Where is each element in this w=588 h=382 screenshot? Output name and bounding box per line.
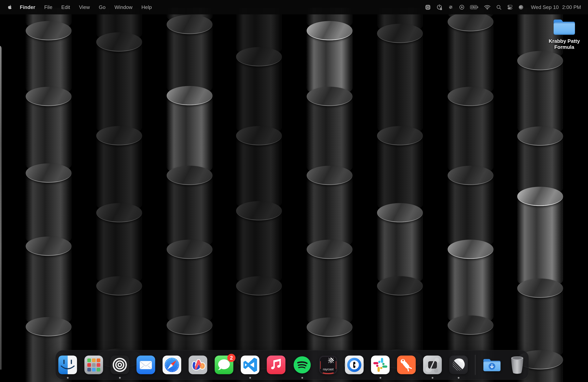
cylinder-body <box>448 21 494 96</box>
cylinder-body <box>236 56 282 135</box>
cylinder-cap <box>307 87 353 106</box>
wallpaper-cylinder-column <box>167 0 212 382</box>
battery-charging-icon[interactable] <box>470 5 479 10</box>
dock: 2 <box>55 350 529 380</box>
trash-icon <box>508 355 526 374</box>
cylinder-cap <box>167 86 212 105</box>
dock-app-safari[interactable] <box>162 355 181 374</box>
cylinder-cap <box>236 47 282 66</box>
cylinder-cap <box>236 276 282 296</box>
cylinder-body <box>377 135 423 212</box>
cylinder-cap <box>448 166 494 185</box>
wallpaper-cylinder-column <box>236 0 282 382</box>
cylinder-body <box>96 212 142 286</box>
cylinder-cap <box>377 276 423 296</box>
cylinder-body <box>517 196 563 288</box>
wallpaper-cylinder-column <box>96 0 142 382</box>
desktop-folder-krabby-patty-formula[interactable]: Krabby Patty Formula <box>547 18 582 50</box>
dock-app-vscode[interactable] <box>241 355 260 374</box>
dock-app-tilted-square-slash[interactable] <box>423 355 442 374</box>
downloads-folder-icon <box>483 355 502 374</box>
starburst-app-icon[interactable] <box>425 4 431 10</box>
cylinder-cap <box>448 316 494 335</box>
cylinder-body <box>377 33 423 135</box>
dock-app-apple-music[interactable] <box>267 355 286 374</box>
postman-icon <box>397 355 416 374</box>
dock-app-finder[interactable] <box>58 355 77 374</box>
dock-app-slack[interactable] <box>371 355 390 374</box>
cylinder-body <box>448 249 494 325</box>
cylinder-cap <box>96 126 142 145</box>
menu-window[interactable]: Window <box>110 0 137 14</box>
menu-clock[interactable]: Wed Sep 10 2:00 PM <box>531 4 581 10</box>
cylinder-cap <box>517 51 563 70</box>
arc-browser-icon <box>189 355 208 374</box>
power-lock-icon[interactable] <box>436 4 442 11</box>
cylinder-cap <box>307 240 353 259</box>
dock-downloads-folder[interactable] <box>483 355 502 374</box>
cylinder-cap <box>26 236 72 256</box>
macos-desktop: Finder File Edit View Go Window Help <box>0 0 588 382</box>
cylinder-body <box>448 175 494 249</box>
safari-icon <box>162 355 181 374</box>
cylinder-cap <box>96 32 142 52</box>
cylinder-cap <box>167 15 212 34</box>
dock-app-messages[interactable]: 2 <box>214 355 233 374</box>
cylinder-cap <box>377 24 423 43</box>
menu-file[interactable]: File <box>40 0 57 14</box>
menu-go[interactable]: Go <box>94 0 110 14</box>
control-center-icon[interactable] <box>507 4 513 10</box>
cylinder-body <box>167 24 212 95</box>
menu-help[interactable]: Help <box>137 0 156 14</box>
dock-app-concentric-circles[interactable] <box>110 355 129 374</box>
menu-app-name[interactable]: Finder <box>15 0 40 14</box>
dock-separator <box>475 355 475 375</box>
play-circle-icon[interactable] <box>459 4 465 10</box>
mail-icon <box>136 355 155 374</box>
dock-app-launchpad[interactable] <box>84 355 103 374</box>
wallpaper-cylinder-column <box>448 0 494 382</box>
cylinder-body <box>167 249 212 325</box>
cylinder-cap <box>96 203 142 222</box>
vscode-icon <box>241 355 260 374</box>
cylinder-cap <box>167 240 212 259</box>
cylinder-cap <box>377 126 423 145</box>
cylinder-body <box>96 42 142 135</box>
menu-view[interactable]: View <box>74 0 94 14</box>
cylinder-body <box>167 175 212 249</box>
folder-label[interactable]: Krabby Patty Formula <box>547 38 582 50</box>
menu-edit[interactable]: Edit <box>57 0 74 14</box>
running-indicator <box>119 377 121 379</box>
dock-app-striped-sphere[interactable] <box>449 355 468 374</box>
wallpaper-cylinder-column <box>307 0 353 382</box>
desktop-wallpaper <box>0 0 588 382</box>
siri-icon[interactable] <box>518 4 524 10</box>
apple-menu-icon[interactable] <box>7 4 13 10</box>
running-indicator <box>301 377 303 379</box>
cylinder-body <box>26 96 72 173</box>
wifi-icon[interactable] <box>484 5 491 10</box>
dock-app-spotify[interactable] <box>293 355 312 374</box>
dock-app-raycast[interactable]: raycast <box>319 355 338 374</box>
cylinder-body <box>236 286 282 360</box>
wallpaper-cylinder-column <box>26 0 72 382</box>
blue-folder-icon <box>552 18 576 36</box>
raycast-menu-icon[interactable] <box>448 4 454 10</box>
cylinder-cap <box>307 21 353 40</box>
spotlight-search-icon[interactable] <box>496 4 502 10</box>
dock-app-postman[interactable] <box>397 355 416 374</box>
cylinder-body <box>96 135 142 212</box>
cylinder-body <box>517 288 563 360</box>
cylinder-body <box>26 246 72 326</box>
dock-app-arc-browser[interactable] <box>189 355 208 374</box>
cylinder-cap <box>26 317 72 336</box>
onepassword-icon <box>345 355 364 374</box>
dock-app-1password[interactable] <box>345 355 364 374</box>
notification-badge: 2 <box>227 354 235 362</box>
dock-trash[interactable] <box>508 355 526 374</box>
cylinder-body <box>96 286 142 358</box>
dock-app-mail[interactable] <box>136 355 155 374</box>
menu-bar-status: Wed Sep 10 2:00 PM <box>425 4 588 11</box>
striped-sphere-icon <box>449 355 468 374</box>
cylinder-cap <box>26 21 72 40</box>
